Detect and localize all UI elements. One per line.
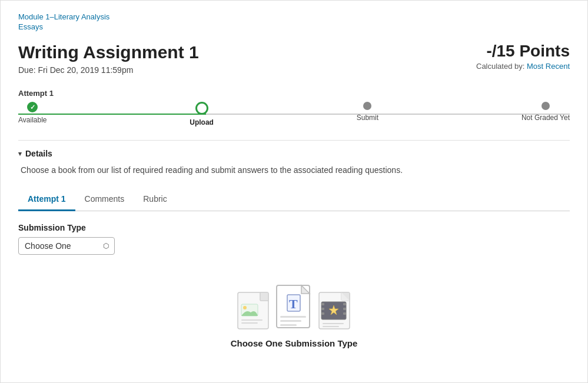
page-title: Writing Assignment 1 xyxy=(18,42,199,63)
step-dot-available: ✓ xyxy=(27,102,38,112)
points-display: -/15 Points xyxy=(476,42,570,61)
tab-rubric[interactable]: Rubric xyxy=(134,188,176,211)
title-block: Writing Assignment 1 Due: Fri Dec 20, 20… xyxy=(18,42,199,75)
progress-track: ✓ Available Upload Submit Not Grade xyxy=(18,102,570,126)
svg-rect-5 xyxy=(241,322,258,324)
calculated-by-label: Calculated by: xyxy=(476,62,524,71)
breadcrumb: Module 1–Literary Analysis Essays xyxy=(18,12,570,31)
step-dot-not-graded xyxy=(542,102,550,110)
svg-text:T: T xyxy=(289,297,298,311)
illustration-icons: T xyxy=(235,284,353,331)
tabs-row: Attempt 1 Comments Rubric xyxy=(18,188,570,211)
svg-rect-1 xyxy=(260,292,268,301)
calculated-by: Calculated by: Most Recent xyxy=(476,62,570,71)
svg-rect-18 xyxy=(343,303,346,305)
tab-comments[interactable]: Comments xyxy=(75,188,134,211)
svg-rect-19 xyxy=(343,308,346,310)
attempt-section: Attempt 1 ✓ Available Upload xyxy=(18,89,570,126)
svg-rect-17 xyxy=(321,312,324,315)
progress-steps: ✓ Available Upload Submit Not Grade xyxy=(18,102,570,126)
tab-attempt1[interactable]: Attempt 1 xyxy=(18,188,75,211)
step-label-available: Available xyxy=(18,116,46,124)
svg-rect-4 xyxy=(241,319,263,321)
step-label-submit: Submit xyxy=(357,114,378,122)
step-not-graded: Not Graded Yet xyxy=(521,102,570,126)
breadcrumb-module-link[interactable]: Module 1–Literary Analysis xyxy=(18,12,570,21)
submission-label: Submission Type xyxy=(18,223,570,232)
step-submit: Submit xyxy=(357,102,378,126)
illustration-area: T xyxy=(18,272,570,354)
step-dot-upload xyxy=(195,102,208,115)
submission-type-wrapper: Choose One Text Entry Website URL Media … xyxy=(18,237,115,255)
header-row: Writing Assignment 1 Due: Fri Dec 20, 20… xyxy=(18,42,570,75)
details-body: Choose a book from our list of required … xyxy=(18,164,570,176)
image-submission-icon xyxy=(235,290,272,331)
points-block: -/15 Points Calculated by: Most Recent xyxy=(476,42,570,71)
step-label-not-graded: Not Graded Yet xyxy=(521,114,570,122)
media-submission-icon xyxy=(317,290,353,331)
details-toggle[interactable]: ▾ Details xyxy=(18,149,570,158)
step-available: ✓ Available xyxy=(18,102,46,126)
details-section: ▾ Details Choose a book from our list of… xyxy=(18,140,570,176)
svg-rect-15 xyxy=(321,303,324,305)
svg-rect-22 xyxy=(323,323,344,324)
step-dot-submit xyxy=(363,102,371,110)
illustration-caption: Choose One Submission Type xyxy=(231,338,358,348)
calculated-by-link[interactable]: Most Recent xyxy=(527,62,570,71)
details-toggle-label: Details xyxy=(25,149,52,158)
submission-section: Submission Type Choose One Text Entry We… xyxy=(18,223,570,255)
svg-rect-10 xyxy=(280,320,301,322)
submission-type-select[interactable]: Choose One Text Entry Website URL Media … xyxy=(18,237,115,255)
step-upload: Upload xyxy=(190,102,214,126)
page-wrapper: Module 1–Literary Analysis Essays Writin… xyxy=(0,0,588,383)
chevron-down-icon: ▾ xyxy=(18,150,22,158)
step-label-upload: Upload xyxy=(190,118,214,126)
due-date: Due: Fri Dec 20, 2019 11:59pm xyxy=(18,65,199,75)
svg-rect-9 xyxy=(280,316,306,318)
check-icon: ✓ xyxy=(30,104,35,111)
attempt-label: Attempt 1 xyxy=(18,89,570,98)
svg-rect-23 xyxy=(323,326,339,327)
svg-rect-20 xyxy=(343,312,346,315)
svg-rect-11 xyxy=(280,324,297,326)
svg-rect-16 xyxy=(321,308,324,310)
breadcrumb-section-link[interactable]: Essays xyxy=(18,22,570,31)
text-submission-icon: T xyxy=(274,284,314,331)
svg-point-3 xyxy=(243,306,247,309)
